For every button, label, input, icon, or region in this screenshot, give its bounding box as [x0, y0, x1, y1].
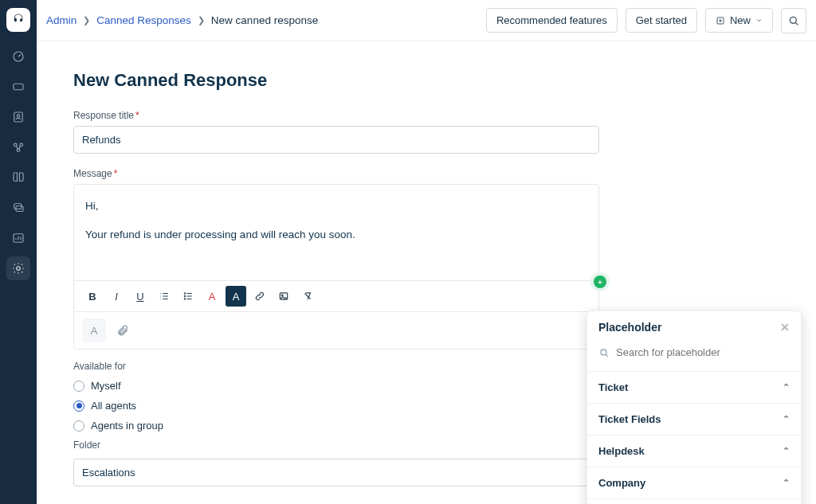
message-body[interactable]: Hi, Your refund is under processing and …: [74, 185, 598, 280]
breadcrumb-admin[interactable]: Admin: [46, 14, 76, 26]
popover-group-label: Ticket Fields: [598, 413, 661, 425]
bold-button[interactable]: B: [82, 286, 103, 307]
svg-point-15: [184, 299, 185, 299]
get-started-button[interactable]: Get started: [626, 8, 697, 33]
svg-point-4: [14, 143, 17, 147]
radio-icon: [73, 400, 84, 412]
nav-forums-icon[interactable]: [6, 196, 30, 220]
popover-search-input[interactable]: [616, 346, 790, 358]
message-line: Hi,: [85, 197, 587, 215]
attachment-button[interactable]: [111, 318, 135, 342]
editor-secondary-toolbar: A: [74, 311, 598, 349]
svg-rect-1: [14, 84, 23, 90]
text-color-button[interactable]: A: [202, 286, 222, 307]
highlight-button[interactable]: A: [226, 286, 246, 307]
nav-admin-icon[interactable]: [6, 256, 30, 280]
link-button[interactable]: [249, 286, 270, 307]
popover-group-label: Company: [598, 477, 645, 489]
insert-placeholder-icon[interactable]: +: [594, 275, 606, 288]
placeholder-popover: Placeholder ✕ Ticket ⌃ Ticket Fields ⌃: [586, 311, 802, 504]
nav-contacts-icon[interactable]: [6, 105, 30, 129]
popover-group-ticket[interactable]: Ticket ⌃: [587, 372, 801, 404]
popover-group-ticket-fields[interactable]: Ticket Fields ⌃: [587, 404, 801, 436]
image-button[interactable]: [273, 286, 294, 307]
popover-title: Placeholder: [598, 321, 661, 334]
svg-point-12: [790, 17, 796, 23]
nav-solutions-icon[interactable]: [6, 166, 30, 189]
chevron-up-icon: ⌃: [783, 414, 790, 424]
search-icon: [598, 347, 610, 358]
italic-button[interactable]: I: [106, 286, 127, 307]
title-label: Response title*: [73, 110, 779, 121]
nav-dashboard-icon[interactable]: [6, 45, 30, 68]
new-button-label: New: [730, 14, 751, 26]
chevron-right-icon: ❯: [198, 15, 205, 25]
popover-group-company[interactable]: Company ⌃: [587, 467, 801, 499]
message-label: Message*: [73, 168, 779, 179]
unordered-list-button[interactable]: [178, 286, 198, 307]
svg-point-13: [184, 293, 185, 294]
ordered-list-button[interactable]: [154, 286, 175, 307]
underline-button[interactable]: U: [130, 286, 151, 307]
nav-tickets-icon[interactable]: [6, 75, 30, 99]
svg-point-18: [601, 349, 606, 354]
new-button[interactable]: New: [705, 8, 773, 33]
recommended-features-button[interactable]: Recommended features: [486, 8, 618, 33]
radio-label: Agents in group: [91, 420, 163, 432]
clear-format-button[interactable]: [297, 286, 318, 307]
search-icon: [787, 14, 800, 27]
popover-group-list: Ticket ⌃ Ticket Fields ⌃ Helpdesk ⌃ Comp…: [587, 371, 801, 504]
chevron-up-icon: ⌃: [783, 382, 790, 393]
close-icon[interactable]: ✕: [780, 321, 790, 334]
radio-icon: [73, 381, 84, 392]
chevron-right-icon: ❯: [83, 15, 90, 25]
folder-select[interactable]: Escalations: [73, 459, 599, 486]
popover-search[interactable]: [597, 343, 791, 366]
chevron-up-icon: ⌃: [783, 446, 790, 456]
chevron-down-icon: [755, 17, 763, 24]
editor-toolbar: B I U A A: [74, 280, 598, 311]
svg-point-14: [184, 295, 185, 296]
app-logo[interactable]: [6, 8, 30, 32]
popover-group-contact[interactable]: Contact ⌃: [587, 499, 801, 504]
page-title: New Canned Response: [73, 70, 779, 91]
title-input[interactable]: [73, 126, 599, 154]
popover-group-label: Ticket: [598, 381, 628, 393]
nav-social-icon[interactable]: [6, 135, 30, 159]
chevron-up-icon: ⌃: [783, 478, 790, 488]
svg-point-17: [281, 295, 283, 296]
svg-point-3: [17, 115, 19, 117]
radio-icon: [73, 420, 84, 432]
message-line: Your refund is under processing and will…: [85, 226, 587, 244]
nav-analytics-icon[interactable]: [6, 226, 30, 250]
breadcrumb-current: New canned response: [211, 14, 318, 26]
breadcrumb: Admin ❯ Canned Responses ❯ New canned re…: [46, 14, 318, 26]
svg-point-5: [20, 143, 23, 147]
global-search-button[interactable]: [781, 8, 806, 33]
text-style-button[interactable]: A: [82, 318, 106, 342]
popover-group-helpdesk[interactable]: Helpdesk ⌃: [587, 436, 801, 467]
svg-point-10: [17, 267, 21, 271]
topbar: Admin ❯ Canned Responses ❯ New canned re…: [37, 0, 816, 41]
popover-group-label: Helpdesk: [598, 445, 645, 457]
radio-label: Myself: [91, 380, 121, 392]
left-nav: [0, 0, 37, 504]
message-editor: Hi, Your refund is under processing and …: [73, 184, 599, 350]
paperclip-icon: [116, 324, 129, 337]
folder-value: Escalations: [82, 467, 135, 479]
breadcrumb-parent[interactable]: Canned Responses: [96, 14, 191, 26]
svg-point-6: [17, 149, 20, 152]
radio-label: All agents: [91, 400, 136, 412]
